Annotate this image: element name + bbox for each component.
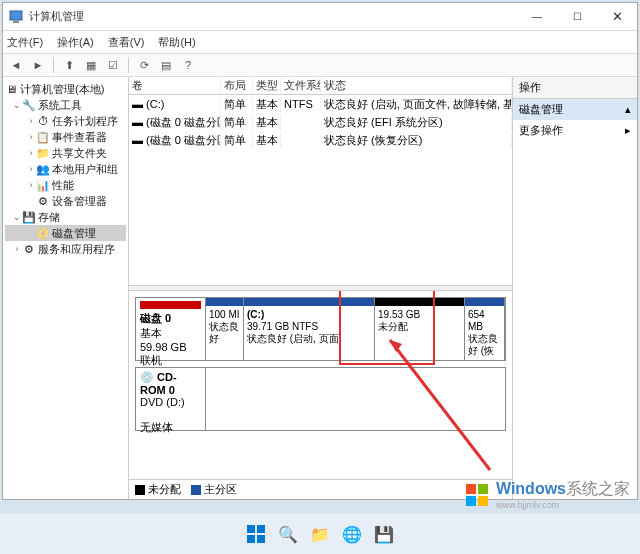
app-icon [9,10,23,24]
cdrom-row: 💿 CD-ROM 0 DVD (D:) 无媒体 [135,367,506,431]
svg-rect-9 [257,525,265,533]
tree-device-manager[interactable]: ⚙设备管理器 [5,193,126,209]
volume-row[interactable]: ▬ (C:) 简单基本NTFS状态良好 (启动, 页面文件, 故障转储, 基本数… [129,95,512,113]
tools-icon: 🔧 [23,99,35,111]
svg-rect-1 [13,21,19,23]
volume-row[interactable]: ▬ (磁盘 0 磁盘分区 4) 简单基本状态良好 (恢复分区) [129,131,512,149]
body: 🖥计算机管理(本地) ⌄🔧系统工具 ›⏱任务计划程序 ›📋事件查看器 ›📁共享文… [3,77,637,499]
tree-local-users[interactable]: ›👥本地用户和组 [5,161,126,177]
col-layout[interactable]: 布局 [221,78,253,93]
col-filesystem[interactable]: 文件系统 [281,78,321,93]
actions-title: 操作 [513,77,637,99]
svg-rect-0 [10,11,22,20]
svg-rect-11 [257,535,265,543]
search-icon: 🔍 [278,525,298,544]
cdrom-icon: 💿 [140,371,154,383]
edge-icon: 🌐 [342,525,362,544]
svg-rect-8 [247,525,255,533]
tree-storage[interactable]: ⌄💾存储 [5,209,126,225]
svg-rect-4 [466,484,476,494]
diskmgmt-taskbar[interactable]: 💾 [371,521,397,547]
legend-unallocated: 未分配 [135,482,181,497]
partition-unallocated[interactable]: 19.53 GB未分配 [375,298,465,360]
col-type[interactable]: 类型 [253,78,281,93]
tree-shared-folders[interactable]: ›📁共享文件夹 [5,145,126,161]
disk-0-label[interactable]: 磁盘 0 基本 59.98 GB 联机 [136,298,206,360]
maximize-button[interactable]: ☐ [557,3,597,31]
window-title: 计算机管理 [29,9,517,24]
center-panel: 卷 布局 类型 文件系统 状态 ▬ (C:) 简单基本NTFS状态良好 (启动,… [129,77,513,499]
perf-icon: 📊 [37,179,49,191]
taskbar[interactable]: 🔍 📁 🌐 💾 [0,514,640,554]
legend-primary: 主分区 [191,482,237,497]
computer-management-window: 计算机管理 ― ☐ ✕ 文件(F) 操作(A) 查看(V) 帮助(H) ◄ ► … [2,2,638,500]
actions-panel: 操作 磁盘管理▴ 更多操作▸ [513,77,637,499]
disk-0-row: 磁盘 0 基本 59.98 GB 联机 100 MI状态良好 (C:)39.71… [135,297,506,361]
event-icon: 📋 [37,131,49,143]
arrow-right-icon: ▸ [625,124,631,137]
arrow-up-icon: ▴ [625,103,631,116]
actions-more[interactable]: 更多操作▸ [513,120,637,141]
tree-performance[interactable]: ›📊性能 [5,177,126,193]
minimize-button[interactable]: ― [517,3,557,31]
volume-list: ▬ (C:) 简单基本NTFS状态良好 (启动, 页面文件, 故障转储, 基本数… [129,95,512,285]
tree-services[interactable]: ›⚙服务和应用程序 [5,241,126,257]
partition-c[interactable]: (C:)39.71 GB NTFS状态良好 (启动, 页面 [244,298,375,360]
disk-graphical-view: 磁盘 0 基本 59.98 GB 联机 100 MI状态良好 (C:)39.71… [129,291,512,479]
tree-disk-management[interactable]: 📀磁盘管理 [5,225,126,241]
menu-file[interactable]: 文件(F) [7,35,43,50]
partition-efi[interactable]: 100 MI状态良好 [206,298,244,360]
menu-help[interactable]: 帮助(H) [158,35,195,50]
actions-diskmgmt[interactable]: 磁盘管理▴ [513,99,637,120]
legend: 未分配 主分区 [129,479,512,499]
col-volume[interactable]: 卷 [129,78,221,93]
svg-rect-6 [466,496,476,506]
col-status[interactable]: 状态 [321,78,512,93]
properties-button[interactable]: ☑ [104,56,122,74]
windows-logo-icon [464,482,490,508]
refresh-button[interactable]: ⟳ [135,56,153,74]
expand-icon[interactable]: › [25,116,37,126]
separator [128,57,129,73]
disk-icon: 💾 [374,525,394,544]
expand-icon[interactable]: › [11,244,23,254]
list-button[interactable]: ▤ [157,56,175,74]
toolbar: ◄ ► ⬆ ▦ ☑ ⟳ ▤ ? [3,53,637,77]
tree-event-viewer[interactable]: ›📋事件查看器 [5,129,126,145]
clock-icon: ⏱ [37,115,49,127]
separator [53,57,54,73]
tree-system-tools[interactable]: ⌄🔧系统工具 [5,97,126,113]
volume-header: 卷 布局 类型 文件系统 状态 [129,77,512,95]
folder-icon: 📁 [37,147,49,159]
tree-root[interactable]: 🖥计算机管理(本地) [5,81,126,97]
menu-action[interactable]: 操作(A) [57,35,94,50]
users-icon: 👥 [37,163,49,175]
titlebar[interactable]: 计算机管理 ― ☐ ✕ [3,3,637,31]
tree-panel: 🖥计算机管理(本地) ⌄🔧系统工具 ›⏱任务计划程序 ›📋事件查看器 ›📁共享文… [3,77,129,499]
explorer-button[interactable]: 📁 [307,521,333,547]
svg-rect-7 [478,496,488,506]
device-icon: ⚙ [37,195,49,207]
disk-icon: 📀 [37,227,49,239]
back-button[interactable]: ◄ [7,56,25,74]
edge-button[interactable]: 🌐 [339,521,365,547]
volume-icon: ▬ [132,116,143,128]
volume-row[interactable]: ▬ (磁盘 0 磁盘分区 1) 简单基本状态良好 (EFI 系统分区) [129,113,512,131]
menu-view[interactable]: 查看(V) [108,35,145,50]
help-button[interactable]: ? [179,56,197,74]
forward-button[interactable]: ► [29,56,47,74]
storage-icon: 💾 [23,211,35,223]
computer-icon: 🖥 [5,83,17,95]
svg-rect-10 [247,535,255,543]
partition-recovery[interactable]: 654 MB状态良好 (恢 [465,298,505,360]
up-button[interactable]: ⬆ [60,56,78,74]
services-icon: ⚙ [23,243,35,255]
start-button[interactable] [243,521,269,547]
tree-task-scheduler[interactable]: ›⏱任务计划程序 [5,113,126,129]
search-button[interactable]: 🔍 [275,521,301,547]
volume-icon: ▬ [132,134,143,146]
close-button[interactable]: ✕ [597,3,637,31]
cdrom-label[interactable]: 💿 CD-ROM 0 DVD (D:) 无媒体 [136,368,206,430]
volume-icon: ▬ [132,98,143,110]
show-hide-button[interactable]: ▦ [82,56,100,74]
